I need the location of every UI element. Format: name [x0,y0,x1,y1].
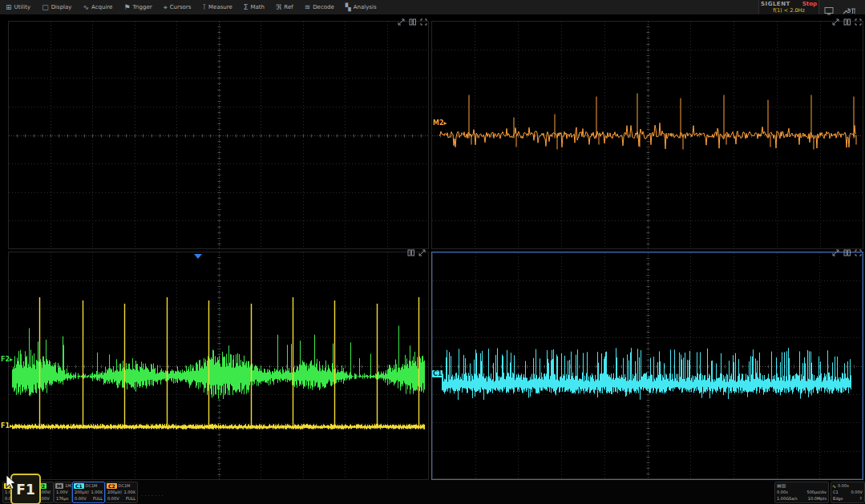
touch-feedback-label: F1 [16,482,34,498]
trigger-level: 0.00V [851,489,863,495]
m-scale: 1.00V [56,489,68,495]
expand-icon[interactable] [418,249,426,256]
menu-item-cursors[interactable]: ⌖ Cursors [158,0,197,14]
menu-item-utility[interactable]: ⊞ Utility [0,0,36,14]
menu-item-decode[interactable]: ≋ Decode [299,0,340,14]
trace-pointer-icon: ▸ [10,356,13,363]
c2-coupling: DC1M [119,483,131,488]
trace-pointer-icon: ▸ [444,119,447,127]
trace-label-text: F1 [1,422,10,429]
tools-icon[interactable] [842,3,856,18]
c2-scale: 200µV/ [107,489,122,495]
c2-bandwidth: FULL [126,495,135,502]
window-1-controls [398,18,427,26]
trigger-slope-icon: ∿ [832,483,836,489]
logo-status-block: SIGLENT Stop f(1) < 2.0Hz [758,0,819,14]
utility-icon: ⊞ [6,4,12,11]
acquire-icon: ∿ [83,4,89,11]
display-icon: ▢ [42,4,49,11]
menu-label: Math [251,4,265,10]
split-view-icon[interactable] [843,249,851,256]
descriptor-c1-selected[interactable]: C1DC1M 200µV/1.00X 0.00VFULL [72,482,105,503]
decode-icon: ≋ [305,4,311,11]
menu-item-math[interactable]: Σ Math [238,0,270,14]
window-4-controls [832,249,862,256]
waveform-window-3[interactable] [8,252,429,480]
waveform-window-1[interactable] [8,21,429,249]
menu-label: Analysis [354,4,377,10]
timebase-delay: 0.00s [777,489,788,495]
screen-capture-icon[interactable] [824,3,834,18]
menu-label: Display [51,4,72,10]
descriptor-c2[interactable]: C2DC1M 200µV/1.00X 0.00VFULL [105,482,138,503]
cursors-icon: ⌖ [164,4,168,11]
status-bar: F1 1.00V/ 0.00V F2 1.00V/ 0.00V M1Mpt 1.… [0,480,865,504]
c1-probe: 1.00X [91,489,103,495]
frequency-counter: f(1) < 2.0Hz [761,7,817,14]
trigger-descriptor[interactable]: ∿0.00s C10.00V Edge↑ [831,482,865,503]
trace-label-c1[interactable]: C1 [432,370,443,377]
window-2-graticule[interactable] [431,21,863,249]
menu-label: Cursors [170,4,192,10]
ref-icon: ℜ [276,4,281,11]
c1-offset: 0.00V [75,495,87,502]
menu-label: Ref [284,4,293,10]
expand-icon[interactable] [832,18,839,26]
window-3-controls [407,249,426,256]
menu-label: Measure [208,4,232,10]
menu-item-display[interactable]: ▢ Display [36,0,77,14]
mouse-cursor [6,474,17,490]
split-view-icon[interactable] [409,18,416,26]
maximize-icon[interactable] [855,249,862,256]
m-timebase: 176µs [56,495,68,502]
oscilloscope-screen: ⊞ Utility ▢ Display ∿ Acquire ⚑ Trigger … [0,0,865,504]
expand-icon[interactable] [832,249,839,256]
menu-item-ref[interactable]: ℜ Ref [270,0,299,14]
window-4-graticule[interactable] [432,252,863,479]
trace-label-text: F2 [1,356,10,363]
run-state-badge[interactable]: Stop [802,1,817,7]
c2-offset: 0.00V [107,495,119,502]
c2-probe: 1.00X [123,489,135,495]
trigger-position-marker[interactable] [194,254,202,259]
m-points: 1Mpt [65,483,72,488]
trigger-position: 0.00s [838,483,849,488]
trace-label-m2[interactable]: M2▸ [433,119,447,127]
timebase-mode-icons: ▤▥ [775,482,828,489]
expand-icon[interactable] [398,18,405,26]
trace-label-f2[interactable]: F2▸ [1,356,13,363]
trace-label-text: C1 [433,370,442,377]
menu-item-measure[interactable]: ⊺ Measure [196,0,237,14]
split-view-icon[interactable] [407,249,414,256]
trigger-type: Edge [833,495,843,502]
trace-pointer-icon: ▸ [10,422,13,429]
trigger-flag-icon: ⚑ [123,4,130,11]
timebase-descriptor[interactable]: ▤▥ 0.00s500µs/div 1.00GSa/s10.0Mpts [774,482,829,503]
menu-label: Acquire [91,4,112,10]
menu-item-trigger[interactable]: ⚑ Trigger [118,0,157,14]
menu-item-acquire[interactable]: ∿ Acquire [77,0,118,14]
trigger-slope: ↑ [859,495,863,502]
math-icon: Σ [244,4,249,11]
sample-rate: 1.00GSa/s [777,495,798,502]
c1-scale: 200µV/ [75,489,89,495]
menu-item-analysis[interactable]: ▚ Analysis [340,0,382,14]
waveform-window-2[interactable] [431,21,863,249]
memory-depth: 10.0Mpts [808,495,827,502]
window-3-graticule[interactable] [8,252,429,480]
waveform-window-4-selected[interactable] [431,252,863,480]
analysis-icon: ▚ [346,4,351,11]
c1-coupling: DC1M [86,483,98,488]
menu-label: Decode [313,4,334,10]
descriptor-m[interactable]: M1Mpt 1.00V 176µs [54,482,72,503]
channel-pill-c1: C1 [74,483,84,489]
descriptor-overflow-dots: ······· [141,493,165,499]
siglent-logo: SIGLENT [761,1,790,7]
trace-label-f1[interactable]: F1▸ [1,422,13,429]
maximize-icon[interactable] [855,18,862,26]
window-1-graticule[interactable] [8,21,429,249]
split-view-icon[interactable] [843,18,851,26]
channel-pill-c2: C2 [107,483,117,489]
window-2-controls [832,18,862,26]
maximize-icon[interactable] [420,18,427,26]
